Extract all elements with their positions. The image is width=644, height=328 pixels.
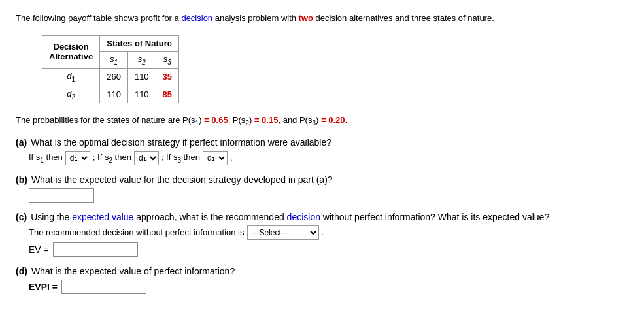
s2-header: s2 — [127, 51, 156, 69]
part-c-label: (c) — [16, 212, 27, 222]
part-d-question: What is the expected value of perfect in… — [31, 266, 235, 276]
part-a-inputs: If s1 then d₁ d₂ ; If s2 then d₁ d₂ ; If… — [29, 151, 628, 165]
part-c-recommended: The recommended decision without perfect… — [29, 225, 628, 240]
d1-label: d1 — [42, 69, 100, 86]
part-b-question: What is the expected value for the decis… — [31, 174, 333, 185]
s2-select[interactable]: d₁ d₂ — [134, 151, 159, 165]
states-of-nature-header: States of Nature — [100, 35, 179, 51]
part-d-label: (d) — [16, 266, 27, 276]
ev-label: EV = — [29, 244, 49, 255]
intro-text: The following payoff table shows profit … — [16, 12, 628, 25]
part-a-section: (a) What is the optimal decision strateg… — [16, 137, 628, 165]
part-a-label: (a) — [16, 137, 27, 148]
decision-alternative-header: DecisionAlternative — [42, 35, 100, 69]
d2-s3-value: 85 — [156, 86, 178, 103]
d2-s2-value: 110 — [127, 86, 156, 103]
d1-s3-value: 35 — [156, 69, 178, 86]
part-d-section: (d) What is the expected value of perfec… — [16, 266, 628, 294]
part-b-label: (b) — [16, 174, 27, 185]
evpi-label: EVPI = — [29, 282, 58, 292]
part-c-period: . — [322, 227, 324, 237]
d1-s2-value: 110 — [127, 69, 156, 86]
part-a-question: What is the optimal decision strategy if… — [31, 137, 331, 148]
s3-select[interactable]: d₁ d₂ — [203, 151, 228, 165]
payoff-table: DecisionAlternative States of Nature s1 … — [42, 35, 179, 104]
s1-select[interactable]: d₁ d₂ — [65, 151, 90, 165]
ev-row: EV = — [29, 242, 628, 257]
s1-header: s1 — [100, 51, 128, 69]
two-word: two — [299, 13, 313, 23]
payoff-table-wrapper: DecisionAlternative States of Nature s1 … — [42, 35, 628, 104]
part-c-text: The recommended decision without perfect… — [29, 227, 245, 237]
evpi-input[interactable] — [61, 280, 146, 294]
d2-s1-value: 110 — [100, 86, 128, 103]
period: . — [230, 153, 233, 163]
part-c-section: (c) Using the expected value approach, w… — [16, 212, 628, 257]
probability-text: The probabilities for the states of natu… — [16, 114, 628, 128]
s3-header: s3 — [156, 51, 178, 69]
d2-label: d2 — [42, 86, 100, 103]
recommended-decision-select[interactable]: ---Select--- d₁ d₂ — [247, 225, 319, 240]
d1-s1-value: 260 — [100, 69, 128, 86]
part-b-section: (b) What is the expected value for the d… — [16, 174, 628, 203]
part-b-input[interactable] — [29, 188, 94, 203]
decision-word: decision — [181, 13, 212, 23]
if-s1-label: If s1 then — [29, 152, 63, 164]
ev-input[interactable] — [53, 242, 138, 257]
if-s2-label: ; If s2 then — [93, 152, 131, 164]
if-s3-label: ; If s3 then — [161, 152, 200, 164]
evpi-row: EVPI = — [29, 280, 628, 294]
part-c-question: Using the expected value approach, what … — [31, 212, 549, 222]
